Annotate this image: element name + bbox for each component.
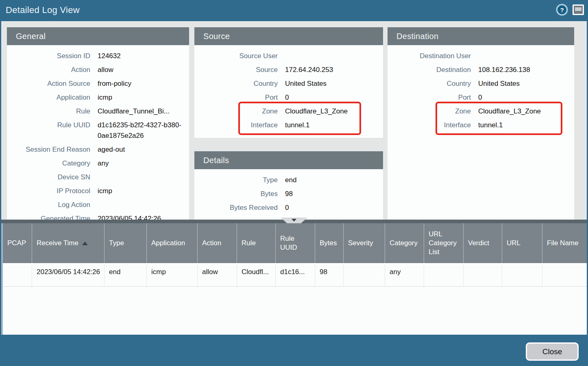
field-value: 108.162.236.138 [478,65,530,75]
field-label: Country [388,78,471,89]
column-header-label: Receive Time [37,239,78,248]
field-label: Port [194,92,278,103]
column-header-file-name[interactable]: File Name [542,223,583,263]
table-cell [424,264,464,286]
column-header-type[interactable]: Type [105,223,147,263]
column-header-label: PCAP [7,239,26,248]
field-row: Categoryany [7,157,189,170]
field-row: Bytes Received0 [194,201,383,215]
field-label: Type [194,175,278,185]
pane-splitter[interactable] [1,220,587,223]
column-header-pcap[interactable]: PCAP [3,223,32,263]
table-cell [542,264,583,286]
field-label: Source [194,65,278,75]
details-panel-rows: TypeendBytes98Bytes Received0 [194,169,383,215]
field-label: Zone [194,106,278,117]
field-row: Destination108.162.236.138 [388,63,574,77]
field-label: Action Source [7,78,90,89]
field-row: Action Sourcefrom-policy [7,77,189,91]
general-panel: General Session ID124632ActionallowActio… [7,27,189,220]
column-header-label: Verdict [468,239,489,248]
field-label: Log Action [7,200,90,210]
details-panel: Details TypeendBytes98Bytes Received0 [194,151,383,220]
field-value: d1c16235-b2f2-4327-b380-0ae1875e2a26 [98,120,185,141]
field-row: Actionallow [7,63,189,77]
field-row: Source User [194,49,383,63]
field-value: United States [285,78,327,89]
field-row: Device SN [7,170,189,184]
field-row: IP Protocolicmp [7,184,189,198]
field-row: Generated Time2023/06/05 14:42:26 [7,212,189,220]
field-label: Port [388,92,471,103]
detailed-log-view-dialog: { "title_bar": { "title": "Detailed Log … [0,0,588,366]
field-row: CountryUnited States [194,77,383,91]
field-value: aged-out [98,144,125,155]
column-header-label: Type [109,239,124,248]
field-row: Applicationicmp [7,91,189,105]
column-header-label: Severity [348,239,373,248]
field-label: Bytes Received [194,203,278,213]
column-header-rule-uuid[interactable]: Rule UUID [276,223,315,263]
table-cell [344,264,385,286]
field-label: Destination User [388,51,471,61]
column-header-action[interactable]: Action [198,223,237,263]
destination-panel-rows: Destination UserDestination108.162.236.1… [388,45,574,132]
table-header-row: PCAPReceive TimeTypeApplicationActionRul… [3,223,587,263]
table-body: 2023/06/05 14:42:26endicmpallowCloudfl..… [3,263,587,287]
column-header-category[interactable]: Category [385,223,424,263]
field-value: 2023/06/05 14:42:26 [98,214,161,220]
help-icon[interactable]: ? [556,4,568,15]
column-header-label: Rule UUID [280,234,312,252]
field-label: Country [194,78,278,89]
column-header-url[interactable]: URL [502,223,542,263]
field-row: ZoneCloudflare_L3_Zone [194,105,383,118]
column-header-label: Rule [242,239,256,248]
field-row: Port0 [194,91,383,105]
column-header-receive-time[interactable]: Receive Time [32,223,105,263]
table-cell: 98 [315,264,344,286]
field-value: 0 [285,92,289,103]
details-panel-header: Details [194,151,383,169]
table-row[interactable]: 2023/06/05 14:42:26endicmpallowCloudfl..… [3,263,587,287]
window-icon[interactable] [573,4,584,15]
column-header-label: File Name [547,239,578,248]
table-cell: d1c16... [276,264,315,286]
column-header-label: Category [390,239,418,248]
table-cell: any [385,264,424,286]
column-header-bytes[interactable]: Bytes [315,223,344,263]
field-label: Rule UUID [7,120,90,131]
splitter-collapse-handle[interactable] [281,218,307,223]
field-label: Application [7,92,90,103]
field-label: Interface [194,120,278,131]
field-value: 172.64.240.253 [285,65,333,75]
field-label: Session End Reason [7,144,90,155]
column-header-label: URL Category List [429,230,461,257]
window-icon-inner [575,7,581,11]
field-label: IP Protocol [7,186,90,196]
field-row: Destination User [388,49,574,63]
column-header-rule[interactable]: Rule [237,223,276,263]
table-cell: icmp [147,264,198,286]
sort-ascending-icon [82,242,88,245]
field-value: allow [98,65,113,75]
log-entries-table: PCAPReceive TimeTypeApplicationActionRul… [1,223,587,335]
field-row: Source172.64.240.253 [194,63,383,77]
column-header-application[interactable]: Application [147,223,198,263]
field-value: 98 [285,189,293,199]
log-detail-content: General Session ID124632ActionallowActio… [1,21,587,220]
column-header-label: Bytes [320,239,337,248]
column-header-verdict[interactable]: Verdict [464,223,502,263]
table-cell [464,264,502,286]
field-row: Interfacetunnel.1 [194,118,383,132]
field-row: CountryUnited States [388,77,574,91]
close-button[interactable]: Close [526,342,579,361]
field-value: icmp [98,92,112,103]
field-label: Action [7,65,90,75]
column-header-label: Application [151,239,185,248]
source-panel: Source Source UserSource172.64.240.253Co… [194,27,383,138]
column-header-url-category-list[interactable]: URL Category List [424,223,464,263]
column-header-severity[interactable]: Severity [344,223,385,263]
table-cell [3,264,32,286]
table-cell [502,264,542,286]
field-row: ZoneCloudflare_L3_Zone [388,105,574,118]
